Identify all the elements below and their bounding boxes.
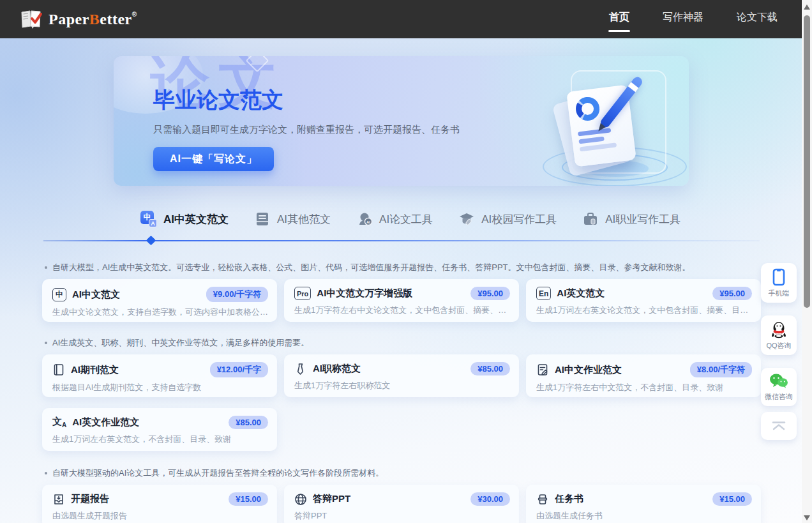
- back-to-top-icon: [771, 421, 787, 431]
- price-badge: ¥85.00: [470, 362, 510, 375]
- nav-link-writing-tool[interactable]: 写作神器: [661, 7, 705, 32]
- scrollbar-thumb[interactable]: [804, 15, 810, 308]
- inbox-download-icon: [52, 493, 65, 506]
- card-row: AI期刊范文 ¥12.00/千字 根据题目AI生成期刊范文，支持自选字数 AI职…: [42, 354, 761, 451]
- journal-book-icon: [52, 363, 65, 376]
- scroll-down-arrow[interactable]: [804, 515, 810, 520]
- card-description: 生成1万字符左右中文范文，不含封面、目录、致谢: [536, 382, 752, 393]
- card-title: AI期刊范文: [71, 364, 204, 376]
- top-navbar: PaperBetter® 首页 写作神器 论文下载: [0, 0, 802, 38]
- card-ai-chinese-homework[interactable]: AI中文作业范文 ¥8.00/千字符 生成1万字符左右中文范文，不含封面、目录、…: [526, 354, 761, 397]
- document-pencil-icon: [536, 363, 549, 376]
- qq-consult-button[interactable]: QQ咨询: [761, 315, 797, 355]
- back-to-top-button[interactable]: [761, 412, 797, 440]
- zh-chip-icon: 中: [52, 288, 66, 301]
- card-ai-chinese-sample[interactable]: 中 AI中文范文 ¥9.00/千字符 生成中文论文范文，支持自选字数，可选内容中…: [42, 279, 277, 322]
- presentation-globe-icon: [294, 493, 307, 506]
- card-title: AI中文范文万字增强版: [317, 287, 465, 299]
- price-badge: ¥95.00: [470, 287, 510, 300]
- briefcase-icon: [582, 211, 599, 227]
- card-defense-ppt[interactable]: 答辩PPT ¥30.00 答辩PPT: [284, 485, 519, 523]
- tab-ai-cn-en-samples[interactable]: 中A AI中英文范文: [140, 208, 229, 230]
- card-description: 根据题目AI生成期刊范文，支持自选字数: [52, 382, 268, 393]
- section-note: 自研大模型，AI生成中英文范文。可选专业，轻松嵌入表格、公式、图片、代码，可选增…: [45, 262, 761, 273]
- product-sections: 自研大模型，AI生成中英文范文。可选专业，轻松嵌入表格、公式、图片、代码，可选增…: [42, 254, 761, 523]
- price-badge: ¥12.00/千字: [210, 362, 268, 377]
- card-row: 中 AI中文范文 ¥9.00/千字符 生成中文论文范文，支持自选字数，可选内容中…: [42, 279, 761, 322]
- nav-link-home[interactable]: 首页: [608, 7, 631, 32]
- wechat-consult-button[interactable]: 微信咨询: [761, 368, 797, 406]
- category-tabs: 中A AI中英文范文 AI其他范文 AI AI论文工具 AI校园写作工具: [140, 208, 680, 230]
- book-icon: [254, 211, 271, 227]
- float-label: 微信咨询: [765, 392, 793, 402]
- scroll-up-arrow[interactable]: [804, 4, 810, 10]
- card-description: 生成中文论文范文，支持自选字数，可选内容中加表格公式...: [52, 307, 268, 318]
- stacked-documents-icon: [536, 493, 549, 506]
- ai-write-paper-button[interactable]: AI一键「写论文」: [153, 147, 274, 171]
- section-note: 自研大模型驱动的AI论文工具，可生成从开题报告至答辩全程的论文写作各阶段所需材料…: [45, 467, 761, 479]
- card-ai-chinese-enhanced[interactable]: Pro AI中文范文万字增强版 ¥95.00 生成1万字符左右中文论文范文，文中…: [284, 279, 519, 322]
- card-title: 答辩PPT: [313, 493, 465, 505]
- hero-banner: 论文 毕业论文范文 只需输入题目即可生成万字论文，附赠查重报告，可选开题报告、任…: [114, 56, 689, 186]
- mobile-version-button[interactable]: 手机端: [761, 263, 797, 303]
- card-title: AI中文范文: [72, 289, 200, 301]
- wechat-icon: [769, 373, 788, 390]
- tab-ai-professional-writing[interactable]: AI职业写作工具: [582, 208, 680, 230]
- text-line-decoration: [580, 142, 617, 151]
- hero-title: 毕业论文范文: [153, 86, 283, 115]
- card-ai-title-sample[interactable]: AI职称范文 ¥85.00 生成1万字符左右职称范文: [284, 354, 519, 397]
- svg-text:AI: AI: [366, 220, 370, 224]
- translate-icon: 中A: [140, 211, 157, 227]
- text-line-decoration: [578, 128, 611, 136]
- card-title: 任务书: [555, 493, 707, 505]
- card-description: 由选题生成任务书: [536, 510, 752, 522]
- pro-chip-icon: Pro: [294, 287, 311, 300]
- price-badge: ¥85.00: [229, 416, 268, 429]
- en-chip-icon: En: [536, 287, 551, 300]
- card-task-book[interactable]: 任务书 ¥15.00 由选题生成任务书: [526, 485, 761, 523]
- card-ai-english-sample[interactable]: En AI英文范文 ¥95.00 生成1万词左右英文论文范文，文中包含封面、摘要…: [526, 279, 761, 322]
- card-description: 生成1万词左右英文论文范文，文中包含封面、摘要、目录...: [536, 305, 752, 316]
- price-badge: ¥15.00: [712, 492, 752, 506]
- price-badge: ¥9.00/千字符: [206, 287, 268, 302]
- card-title: AI职称范文: [313, 363, 465, 375]
- brand[interactable]: PaperBetter®: [19, 9, 137, 29]
- card-title: AI中文作业范文: [555, 364, 684, 376]
- book-logo-icon: [19, 9, 43, 29]
- card-description: 答辩PPT: [294, 510, 510, 522]
- price-badge: ¥30.00: [470, 492, 510, 506]
- donut-chart-illustration: [572, 93, 603, 125]
- qq-icon: [771, 321, 787, 338]
- nav-link-paper-download[interactable]: 论文下载: [735, 7, 779, 32]
- price-badge: ¥8.00/千字符: [690, 362, 752, 377]
- tab-ai-other-samples[interactable]: AI其他范文: [254, 208, 331, 230]
- necktie-icon: [294, 363, 307, 375]
- diamond-outline-decoration: [246, 56, 269, 72]
- card-row: 开题报告 ¥15.00 由选题生成开题报告 答辩PPT ¥30.00 答辩PPT: [42, 485, 761, 523]
- card-description: 生成1万字符左右中文论文范文，文中包含封面、摘要、目...: [294, 305, 510, 316]
- tab-ai-paper-tools[interactable]: AI AI论文工具: [356, 208, 433, 230]
- card-ai-english-homework[interactable]: 文A AI英文作业范文 ¥85.00 生成1万词左右英文范文，不含封面、目录、致…: [42, 408, 277, 451]
- floating-contact-bar: 手机端 QQ咨询 微信咨询: [761, 263, 797, 453]
- float-label: 手机端: [769, 289, 790, 298]
- card-proposal-report[interactable]: 开题报告 ¥15.00 由选题生成开题报告: [42, 485, 277, 523]
- robot-ai-icon: AI: [356, 211, 373, 227]
- smartphone-icon: [772, 268, 786, 286]
- price-badge: ¥95.00: [712, 287, 752, 300]
- card-title: 开题报告: [71, 493, 223, 505]
- tab-ai-campus-writing[interactable]: AI校园写作工具: [458, 208, 557, 230]
- section-note: AI生成英文、职称、期刊、中英文作业等范文，满足多样的使用需要。: [45, 337, 761, 349]
- bullet-dot: [45, 472, 47, 474]
- card-description: 由选题生成开题报告: [52, 510, 268, 522]
- card-description: 生成1万字符左右职称范文: [294, 380, 510, 391]
- bullet-dot: [45, 266, 47, 269]
- card-title: AI英文作业范文: [72, 416, 223, 428]
- graduation-cap-icon: [458, 211, 475, 227]
- translate-text-icon: 文A: [52, 416, 66, 428]
- page-scrollbar: [802, 0, 812, 523]
- card-description: 生成1万词左右英文范文，不含封面、目录、致谢: [52, 434, 268, 445]
- card-title: AI英文范文: [557, 287, 707, 299]
- float-label: QQ咨询: [766, 341, 791, 351]
- card-ai-journal-sample[interactable]: AI期刊范文 ¥12.00/千字 根据题目AI生成期刊范文，支持自选字数: [42, 354, 277, 397]
- text-line-decoration: [578, 137, 605, 144]
